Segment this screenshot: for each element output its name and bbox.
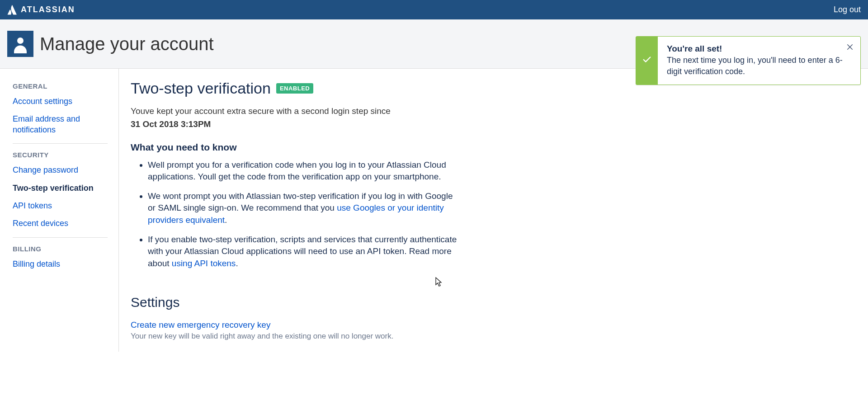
brand-name: ATLASSIAN [21, 5, 75, 14]
toast-message: The next time you log in, you'll need to… [667, 55, 854, 77]
atlassian-icon [7, 5, 17, 15]
info-item-3: If you enable two-step verification, scr… [148, 234, 461, 270]
sidebar-heading-security: SECURITY [7, 148, 118, 161]
sidebar-heading-general: GENERAL [7, 80, 118, 93]
close-icon [846, 43, 854, 51]
settings-heading: Settings [131, 295, 461, 310]
page-title: Manage your account [40, 34, 214, 54]
sidebar-item-billing-details[interactable]: Billing details [7, 255, 118, 273]
api-tokens-link[interactable]: using API tokens [172, 259, 236, 268]
divider [13, 143, 108, 144]
content-title: Two-step verification [131, 80, 271, 97]
recovery-key-desc: Your new key will be valid right away an… [131, 332, 461, 341]
sidebar-item-api-tokens[interactable]: API tokens [7, 197, 118, 215]
success-toast: You're all set! The next time you log in… [636, 36, 861, 85]
intro-text: Youve kept your account extra secure wit… [131, 105, 461, 118]
info-list: Well prompt you for a verification code … [131, 159, 461, 270]
toast-close-button[interactable] [846, 43, 854, 51]
toast-title: You're all set! [667, 44, 854, 54]
logout-link[interactable]: Log out [834, 5, 861, 14]
sidebar-item-change-password[interactable]: Change password [7, 161, 118, 179]
sidebar-item-recent-devices[interactable]: Recent devices [7, 215, 118, 232]
top-bar: ATLASSIAN Log out [0, 0, 868, 19]
info-item-2: We wont prompt you with Atlassian two-st… [148, 190, 461, 226]
brand-logo[interactable]: ATLASSIAN [7, 5, 75, 15]
sidebar-item-email-notifications[interactable]: Email address and notifications [7, 110, 118, 139]
sidebar-heading-billing: BILLING [7, 242, 118, 255]
create-recovery-key-link[interactable]: Create new emergency recovery key [131, 320, 270, 330]
main-content: Two-step verification ENABLED Youve kept… [119, 69, 472, 352]
sidebar-item-account-settings[interactable]: Account settings [7, 93, 118, 110]
divider [13, 237, 108, 238]
svg-point-0 [17, 38, 24, 44]
status-badge: ENABLED [276, 83, 313, 94]
avatar [7, 31, 33, 57]
sidebar: GENERAL Account settings Email address a… [0, 69, 119, 352]
toast-accent [636, 37, 658, 85]
what-heading: What you need to know [131, 142, 461, 153]
sidebar-item-two-step[interactable]: Two-step verification [7, 179, 118, 197]
check-icon [642, 55, 652, 66]
intro-date: 31 Oct 2018 3:13PM [131, 119, 461, 129]
info-item-1: Well prompt you for a verification code … [148, 159, 461, 183]
